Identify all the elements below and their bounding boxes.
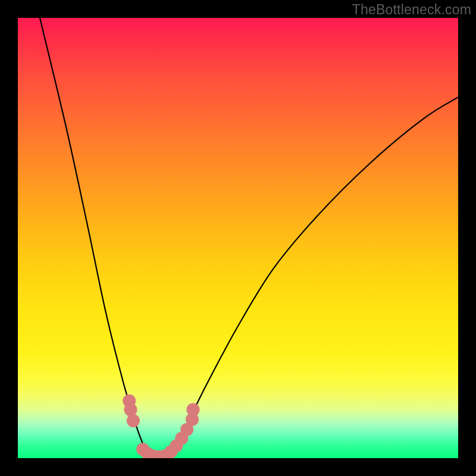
curve-layer — [18, 18, 458, 458]
chart-frame: TheBottleneck.com — [0, 0, 476, 476]
bottleneck-curve — [40, 18, 458, 458]
plot-area — [18, 18, 458, 458]
watermark-text: TheBottleneck.com — [352, 2, 471, 18]
data-marker — [127, 414, 140, 427]
data-marker — [124, 403, 137, 416]
data-marker — [187, 403, 200, 416]
